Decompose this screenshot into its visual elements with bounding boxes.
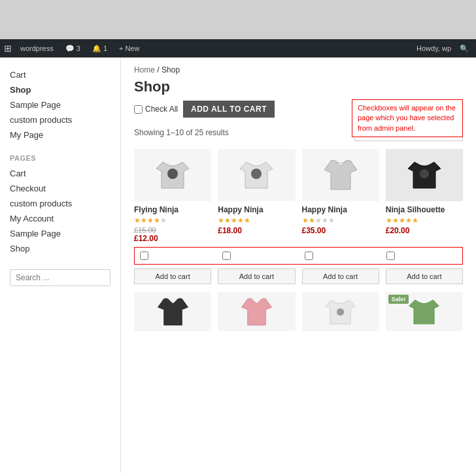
admin-bar-comments[interactable]: 💬 3 bbox=[62, 44, 84, 53]
page-content: Home / Shop Shop Check All ADD ALL TO CA… bbox=[121, 57, 476, 473]
add-to-cart-button-2[interactable]: Add to cart bbox=[218, 269, 295, 284]
pages-section-title: PAGES bbox=[10, 154, 110, 162]
product-image-bottom-4[interactable]: Sale! bbox=[386, 292, 463, 331]
tshirt-icon-ninja-silhouette bbox=[405, 155, 444, 195]
product-image-bottom-3[interactable] bbox=[302, 292, 379, 331]
tshirt-icon-happy-ninja-1 bbox=[237, 155, 276, 195]
top-gray-area bbox=[0, 0, 476, 39]
checkboxes-row bbox=[134, 247, 463, 265]
products-grid: Flying Ninja ★★★★★ £15.00 £12.00 Happy N… bbox=[134, 149, 463, 243]
checkbox-cell-1 bbox=[137, 252, 213, 260]
admin-bar-site-label: wordpress bbox=[20, 44, 54, 52]
sidebar-item-shop[interactable]: Shop bbox=[10, 82, 110, 97]
add-all-to-cart-button[interactable]: ADD ALL TO CART bbox=[183, 101, 275, 118]
svg-point-3 bbox=[337, 308, 344, 316]
pages-item-sample-page[interactable]: Sample Page bbox=[10, 226, 110, 241]
pages-item-cart[interactable]: Cart bbox=[10, 166, 110, 181]
sale-badge-bottom-4: Sale! bbox=[388, 295, 409, 304]
tshirt-icon-bottom-3 bbox=[322, 294, 358, 330]
page-title: Shop bbox=[134, 78, 463, 95]
main-wrapper: Cart Shop Sample Page custom products My… bbox=[0, 57, 476, 473]
admin-bar-search-icon[interactable]: 🔍 bbox=[456, 44, 472, 53]
product-card-bottom-4: Sale! bbox=[386, 292, 463, 331]
product-checkbox-4[interactable] bbox=[386, 252, 395, 260]
sidebar-search bbox=[10, 269, 110, 286]
svg-point-1 bbox=[251, 169, 262, 179]
product-image-ninja-silhouette[interactable] bbox=[386, 149, 463, 201]
product-image-happy-ninja-1[interactable] bbox=[218, 149, 295, 201]
tooltip-box: Checkboxes will appear on the page which… bbox=[352, 99, 463, 137]
product-card-bottom-2 bbox=[218, 292, 295, 331]
product-name-happy-ninja-1: Happy Ninja bbox=[218, 205, 295, 214]
hoodie-icon-bottom-1 bbox=[155, 294, 191, 330]
sidebar-item-my-page[interactable]: My Page bbox=[10, 127, 110, 142]
product-image-flying-ninja[interactable] bbox=[134, 149, 211, 201]
product-price-new-happy-ninja-1: £18.00 bbox=[218, 226, 295, 235]
product-image-bottom-2[interactable] bbox=[218, 292, 295, 331]
checkbox-cell-3 bbox=[302, 252, 378, 260]
sidebar-item-cart[interactable]: Cart bbox=[10, 67, 110, 82]
product-stars-ninja-silhouette: ★★★★★ bbox=[386, 216, 463, 225]
wp-logo-icon[interactable]: ⊞ bbox=[4, 43, 12, 54]
svg-point-0 bbox=[167, 169, 178, 179]
admin-bar-updates[interactable]: 🔔 1 bbox=[89, 44, 110, 53]
check-all-label[interactable]: Check All bbox=[134, 105, 178, 114]
sidebar-item-custom-products[interactable]: custom products bbox=[10, 112, 110, 127]
product-image-happy-ninja-2[interactable] bbox=[302, 149, 379, 201]
hoodie-icon-bottom-2 bbox=[239, 294, 275, 330]
product-price-old-flying-ninja: £15.00 bbox=[134, 226, 211, 234]
product-card-flying-ninja: Flying Ninja ★★★★★ £15.00 £12.00 bbox=[134, 149, 211, 243]
checkbox-cell-2 bbox=[220, 252, 296, 260]
sidebar-item-sample-page[interactable]: Sample Page bbox=[10, 97, 110, 112]
product-name-flying-ninja: Flying Ninja bbox=[134, 205, 211, 214]
product-image-bottom-1[interactable] bbox=[134, 292, 211, 331]
product-name-happy-ninja-2: Happy Ninja bbox=[302, 205, 379, 214]
search-input[interactable] bbox=[10, 269, 110, 286]
cart-buttons-row: Add to cart Add to cart Add to cart Add … bbox=[134, 269, 463, 284]
tshirt-icon-flying-ninja bbox=[153, 155, 192, 195]
product-name-ninja-silhouette: Ninja Silhouette bbox=[386, 205, 463, 214]
sidebar-nav: Cart Shop Sample Page custom products My… bbox=[10, 67, 110, 142]
checkbox-cell-4 bbox=[384, 252, 460, 260]
results-text: Showing 1–10 of 25 results bbox=[134, 128, 229, 137]
admin-bar-howdy: Howdy, wp bbox=[416, 44, 451, 52]
check-all-checkbox[interactable] bbox=[134, 105, 143, 114]
product-stars-happy-ninja-2: ★★★★★ bbox=[302, 216, 379, 225]
svg-point-2 bbox=[420, 169, 429, 178]
sidebar: Cart Shop Sample Page custom products My… bbox=[0, 57, 121, 473]
product-card-happy-ninja-1: Happy Ninja ★★★★★ £18.00 bbox=[218, 149, 295, 243]
product-price-new-ninja-silhouette: £20.00 bbox=[386, 226, 463, 235]
tshirt-icon-bottom-4 bbox=[406, 294, 442, 330]
product-price-new-happy-ninja-2: £35.00 bbox=[302, 226, 379, 235]
pages-item-my-account[interactable]: My Account bbox=[10, 211, 110, 226]
products-grid-bottom: Sale! bbox=[134, 292, 463, 331]
pages-nav: Cart Checkout custom products My Account… bbox=[10, 166, 110, 256]
pages-item-checkout[interactable]: Checkout bbox=[10, 181, 110, 196]
product-card-happy-ninja-2: Happy Ninja ★★★★★ £35.00 bbox=[302, 149, 379, 243]
product-checkbox-1[interactable] bbox=[140, 252, 148, 260]
add-to-cart-button-3[interactable]: Add to cart bbox=[302, 269, 379, 284]
product-stars-flying-ninja: ★★★★★ bbox=[134, 216, 211, 225]
shop-controls: Check All ADD ALL TO CART Checkboxes wil… bbox=[134, 101, 463, 118]
product-card-bottom-1 bbox=[134, 292, 211, 331]
product-checkbox-2[interactable] bbox=[222, 252, 231, 260]
product-price-new-flying-ninja: £12.00 bbox=[134, 234, 211, 243]
pages-item-custom-products[interactable]: custom products bbox=[10, 196, 110, 211]
product-card-ninja-silhouette: Ninja Silhouette ★★★★★ £20.00 bbox=[386, 149, 463, 243]
admin-bar-site[interactable]: wordpress bbox=[17, 44, 57, 52]
admin-bar: ⊞ wordpress 💬 3 🔔 1 + New Howdy, wp 🔍 bbox=[0, 39, 476, 57]
product-card-bottom-3 bbox=[302, 292, 379, 331]
product-checkbox-3[interactable] bbox=[305, 252, 313, 260]
breadcrumb-home[interactable]: Home bbox=[134, 65, 155, 74]
breadcrumb: Home / Shop bbox=[134, 65, 463, 74]
product-stars-happy-ninja-1: ★★★★★ bbox=[218, 216, 295, 225]
add-to-cart-button-1[interactable]: Add to cart bbox=[134, 269, 211, 284]
hoodie-icon-happy-ninja-2 bbox=[321, 155, 360, 195]
add-to-cart-button-4[interactable]: Add to cart bbox=[386, 269, 463, 284]
pages-item-shop[interactable]: Shop bbox=[10, 241, 110, 256]
admin-bar-new[interactable]: + New bbox=[116, 44, 143, 52]
